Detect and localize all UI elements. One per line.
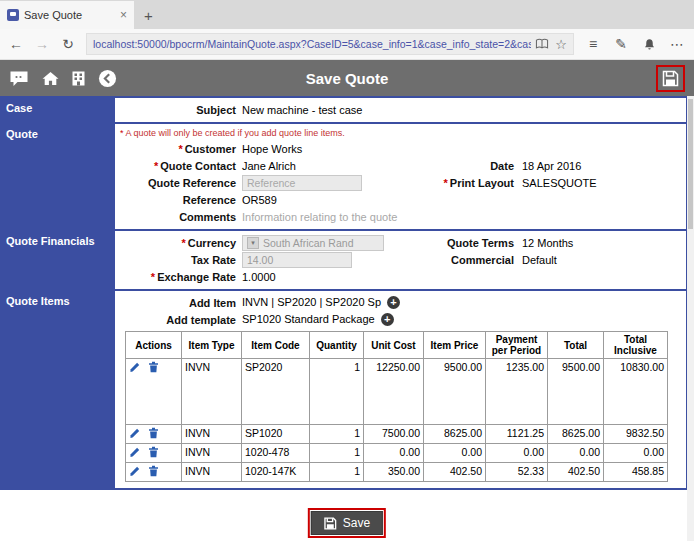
cell-payment: 52.33 — [486, 463, 548, 482]
add-template-value: SP1020 Standard Package — [242, 313, 375, 325]
table-row: INVN SP1020 1 7500.00 8625.00 1121.25 86… — [126, 425, 668, 444]
quote-note: *A quote will only be created if you add… — [120, 128, 680, 138]
quote-reference-input[interactable]: Reference — [242, 175, 362, 191]
new-tab-button[interactable]: + — [134, 7, 163, 29]
browser-tab[interactable]: Save Quote × — [0, 1, 134, 29]
section-label-quote-items: Quote Items — [0, 291, 115, 488]
customer-value: Hope Works — [242, 143, 410, 155]
cell-item-price: 0.00 — [424, 444, 486, 463]
save-icon — [324, 517, 337, 530]
address-bar[interactable]: localhost:50000/bpocrm/MaintainQuote.asp… — [86, 33, 574, 55]
notifications-icon[interactable] — [636, 38, 662, 51]
section-label-case: Case — [0, 98, 115, 122]
section-label-quote: Quote — [0, 124, 115, 229]
add-item-value: INVN | SP2020 | SP2020 Sp — [242, 296, 381, 308]
chat-icon[interactable] — [9, 70, 29, 87]
cell-item-code: 1020-147K — [242, 463, 310, 482]
cell-item-price: 8625.00 — [424, 425, 486, 444]
exchange-rate-value: 1.0000 — [242, 271, 410, 283]
note-text: A quote will only be created if you add … — [126, 128, 345, 138]
column-header-item-type: Item Type — [182, 332, 242, 359]
tab-close-icon[interactable]: × — [120, 8, 127, 22]
column-header-actions: Actions — [126, 332, 182, 359]
delete-icon[interactable] — [148, 427, 159, 439]
commercial-label: Commercial — [410, 254, 520, 266]
label-text: Currency — [188, 237, 236, 249]
add-item-label: Add Item — [117, 297, 242, 309]
delete-icon[interactable] — [148, 361, 159, 373]
reading-view-icon[interactable] — [535, 38, 549, 50]
scrollbar-thumb[interactable] — [688, 99, 693, 229]
quote-items-table: Actions Item Type Item Code Quantity Uni… — [125, 331, 668, 482]
edit-icon[interactable] — [129, 465, 141, 477]
cell-item-code: SP2020 — [242, 359, 310, 425]
refresh-button[interactable]: ↻ — [56, 36, 80, 52]
quote-contact-value: Jane Alrich — [242, 160, 410, 172]
required-icon: * — [181, 237, 185, 249]
table-row: INVN 1020-147K 1 350.00 402.50 52.33 402… — [126, 463, 668, 482]
label-text: Subject — [196, 104, 236, 116]
edit-icon[interactable] — [129, 361, 141, 373]
date-value: 18 Apr 2016 — [520, 160, 680, 172]
cell-unit-cost: 350.00 — [364, 463, 424, 482]
back-button[interactable]: ← — [4, 36, 28, 52]
currency-label: *Currency — [117, 237, 242, 249]
back-circle-icon[interactable] — [98, 69, 117, 88]
forward-button[interactable]: → — [30, 36, 54, 52]
input-placeholder: Reference — [247, 177, 295, 189]
reference-label: Reference — [117, 194, 242, 206]
add-item-plus-icon[interactable]: + — [387, 296, 400, 309]
comments-input[interactable]: Information relating to the quote — [242, 211, 397, 223]
actions-cell — [126, 359, 182, 425]
cell-quantity: 1 — [310, 425, 364, 444]
cell-unit-cost: 0.00 — [364, 444, 424, 463]
section-quote-financials: Quote Financials *Currency ▾South Africa… — [0, 229, 686, 289]
cell-payment: 1235.00 — [486, 359, 548, 425]
delete-icon[interactable] — [148, 446, 159, 458]
scrollbar[interactable] — [687, 96, 694, 541]
date-label: Date — [410, 160, 520, 172]
cell-item-code: SP1020 — [242, 425, 310, 444]
exchange-rate-label: *Exchange Rate — [117, 271, 242, 283]
actions-cell — [126, 425, 182, 444]
column-header-unit-cost: Unit Cost — [364, 332, 424, 359]
label-text: Quote Contact — [160, 160, 236, 172]
save-button-label: Save — [343, 516, 370, 530]
cell-item-code: 1020-478 — [242, 444, 310, 463]
dropdown-arrow-icon: ▾ — [247, 237, 259, 249]
commercial-value: Default — [520, 254, 680, 266]
delete-icon[interactable] — [148, 465, 159, 477]
label-text: Add template — [166, 314, 236, 326]
currency-select[interactable]: ▾South African Rand — [242, 235, 384, 251]
home-icon[interactable] — [42, 71, 59, 86]
subject-label: Subject — [117, 104, 242, 116]
save-icon[interactable] — [662, 70, 679, 87]
company-icon[interactable] — [72, 71, 85, 86]
quote-reference-label: Quote Reference — [117, 177, 242, 189]
tab-bar: Save Quote × + — [0, 0, 694, 29]
more-options-icon[interactable]: ⋯ — [664, 36, 690, 52]
hub-icon[interactable]: ≡ — [580, 36, 606, 52]
tax-rate-input[interactable]: 14.00 — [242, 252, 352, 268]
input-value: 14.00 — [247, 254, 273, 266]
tab-favicon-icon — [7, 9, 19, 21]
print-layout-value: SALESQUOTE — [520, 177, 680, 189]
section-quote-items: Quote Items Add Item INVN | SP2020 | SP2… — [0, 289, 686, 490]
web-note-icon[interactable]: ✎ — [608, 36, 634, 52]
edit-icon[interactable] — [129, 427, 141, 439]
column-header-payment-per-period: Payment per Period — [486, 332, 548, 359]
favorites-star-icon[interactable]: ☆ — [555, 37, 567, 52]
add-template-plus-icon[interactable]: + — [381, 313, 394, 326]
column-header-item-code: Item Code — [242, 332, 310, 359]
required-icon: * — [120, 128, 124, 138]
cell-item-type: INVN — [182, 444, 242, 463]
save-button[interactable]: Save — [311, 511, 383, 535]
cell-quantity: 1 — [310, 463, 364, 482]
column-header-total-inclusive: Total Inclusive — [604, 332, 668, 359]
table-row: INVN SP2020 1 12250.00 9500.00 1235.00 9… — [126, 359, 668, 425]
page-content: Case Subject New machine - test case Quo… — [0, 96, 694, 541]
column-header-quantity: Quantity — [310, 332, 364, 359]
quote-contact-label: *Quote Contact — [117, 160, 242, 172]
cell-item-type: INVN — [182, 359, 242, 425]
edit-icon[interactable] — [129, 446, 141, 458]
